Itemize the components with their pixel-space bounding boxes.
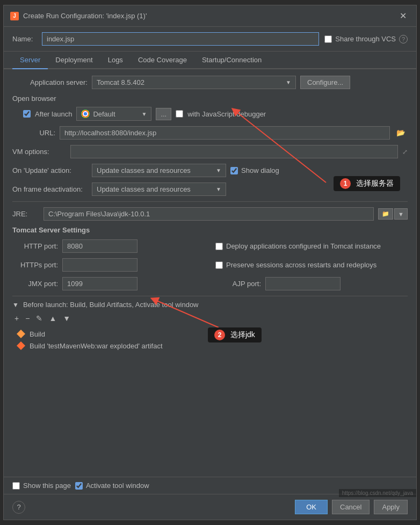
name-row: Name: Share through VCS ? [4,27,416,52]
callout-1-text: 选择服务器 [356,179,394,187]
title-bar: J Create Run Configuration: 'index.jsp (… [4,5,416,27]
launch-remove-button[interactable]: − [23,313,32,324]
maven-icon [17,341,25,350]
watermark: https://blog.csdn.net/qdy_java [339,489,416,497]
preserve-checkbox[interactable] [215,261,223,269]
show-page-checkbox[interactable] [12,482,20,490]
launch-add-button[interactable]: + [12,313,21,324]
launch-item-artifact-label: Build 'testMavenWeb:war exploded' artifa… [30,342,163,350]
show-dialog-label: Show dialog [241,166,279,174]
dialog-footer: ? OK Cancel Apply [4,494,416,520]
activate-tool-checkbox[interactable] [75,482,83,490]
footer-buttons: OK Cancel Apply [295,500,408,514]
launch-up-button[interactable]: ▲ [47,313,59,324]
url-input[interactable] [60,126,390,140]
vm-options-input[interactable] [70,145,398,158]
after-launch-checkbox[interactable] [23,110,31,118]
tab-server[interactable]: Server [12,52,48,69]
jre-label: JRE: [12,210,39,218]
configure-button[interactable]: Configure... [300,76,350,89]
callout-1: 1 选择服务器 [334,176,400,191]
js-debugger-checkbox[interactable] [176,110,183,118]
jre-browse-button[interactable]: 📁 [378,208,393,220]
jmx-port-input[interactable] [62,277,137,290]
launch-down-button[interactable]: ▼ [61,313,73,324]
launch-toolbar: + − ✎ ▲ ▼ [12,313,408,324]
jre-input[interactable] [44,207,374,221]
title-bar-left: J Create Run Configuration: 'index.jsp (… [10,12,147,20]
app-server-chevron: ▼ [286,79,291,85]
after-launch-label: After launch [35,110,72,118]
http-port-input[interactable] [62,239,137,253]
chrome-icon [81,110,90,118]
vm-options-label: VM options: [12,148,66,156]
activate-tool-row: Activate tool window [75,482,149,490]
before-launch-triangle[interactable]: ▼ [12,301,19,309]
cancel-button[interactable]: Cancel [332,500,370,514]
jre-row: JRE: 📁 ▼ [12,201,408,221]
name-input[interactable] [42,32,319,46]
build-icon [17,330,25,338]
tabs-bar: Server Deployment Logs Code Coverage Sta… [4,52,416,69]
launch-edit-button[interactable]: ✎ [34,313,45,324]
callout-2: 2 选择jdk [208,327,262,342]
ajp-port-input[interactable] [265,277,341,290]
launch-item-build-label: Build [30,330,45,338]
https-port-input[interactable] [62,258,137,272]
app-server-label: Application server: [12,78,88,86]
tab-code-coverage[interactable]: Code Coverage [131,52,194,69]
show-page-row: Show this page [12,482,71,490]
on-frame-select[interactable]: Update classes and resources ▼ [92,183,226,196]
before-launch-label: Before launch: Build, Build Artifacts, A… [23,301,199,309]
on-update-row: On 'Update' action: Update classes and r… [12,164,408,177]
on-frame-label: On frame deactivation: [12,185,88,193]
on-update-select[interactable]: Update classes and resources ▼ [92,164,226,177]
callout-2-text: 选择jdk [230,330,255,339]
browser-select[interactable]: Default ▼ [76,107,151,121]
https-port-label: HTTPs port: [12,261,58,269]
http-port-row: HTTP port: [12,239,205,253]
on-update-chevron: ▼ [216,167,221,173]
show-page-label: Show this page [23,482,71,490]
url-label: URL: [23,129,55,137]
help-button[interactable]: ? [12,501,25,514]
close-button[interactable]: ✕ [396,10,410,22]
share-vcs-checkbox[interactable] [324,35,332,43]
share-vcs-label: Share through VCS [335,35,396,43]
tab-logs[interactable]: Logs [100,52,131,69]
show-dialog-checkbox[interactable] [230,167,238,174]
jmx-port-label: JMX port: [12,280,58,288]
create-run-config-dialog: J Create Run Configuration: 'index.jsp (… [3,5,417,520]
browser-chevron: ▼ [141,111,147,117]
activate-tool-label: Activate tool window [86,482,149,490]
port-grid: HTTP port: Deploy applications configure… [12,239,408,290]
ajp-port-label: AJP port: [215,280,261,288]
callout-1-number: 1 [340,178,351,189]
url-row: URL: 📂 [12,126,408,140]
share-vcs-help-icon[interactable]: ? [399,35,408,43]
tab-content: Application server: Tomcat 8.5.402 ▼ Con… [4,69,416,477]
on-frame-chevron: ▼ [216,186,221,192]
browser-dots-button[interactable]: ... [156,108,171,120]
vm-expand-button[interactable]: ⤢ [402,148,408,156]
callout-2-number: 2 [214,330,225,340]
url-browse-button[interactable]: 📂 [394,128,408,138]
show-dialog-row: Show dialog [230,166,279,174]
tab-deployment[interactable]: Deployment [48,52,100,69]
deploy-label: Deploy applications configured in Tomcat… [226,242,381,250]
before-launch-section: ▼ Before launch: Build, Build Artifacts,… [12,296,408,352]
app-server-select[interactable]: Tomcat 8.5.402 ▼ [92,76,296,89]
before-launch-header: ▼ Before launch: Build, Build Artifacts,… [12,301,408,309]
app-server-row: Application server: Tomcat 8.5.402 ▼ Con… [12,76,408,89]
app-icon: J [10,12,19,20]
deploy-option-row: Deploy applications configured in Tomcat… [215,239,408,253]
deploy-checkbox[interactable] [215,243,223,250]
tab-startup[interactable]: Startup/Connection [194,52,269,69]
preserve-option-row: Preserve sessions across restarts and re… [215,258,408,272]
open-browser-title: Open browser [12,94,408,103]
ok-button[interactable]: OK [295,500,328,514]
apply-button[interactable]: Apply [374,500,408,514]
js-debugger-label: with JavaScript debugger [187,110,266,118]
jre-buttons: 📁 ▼ [378,208,408,220]
jre-dropdown-button[interactable]: ▼ [394,208,408,220]
